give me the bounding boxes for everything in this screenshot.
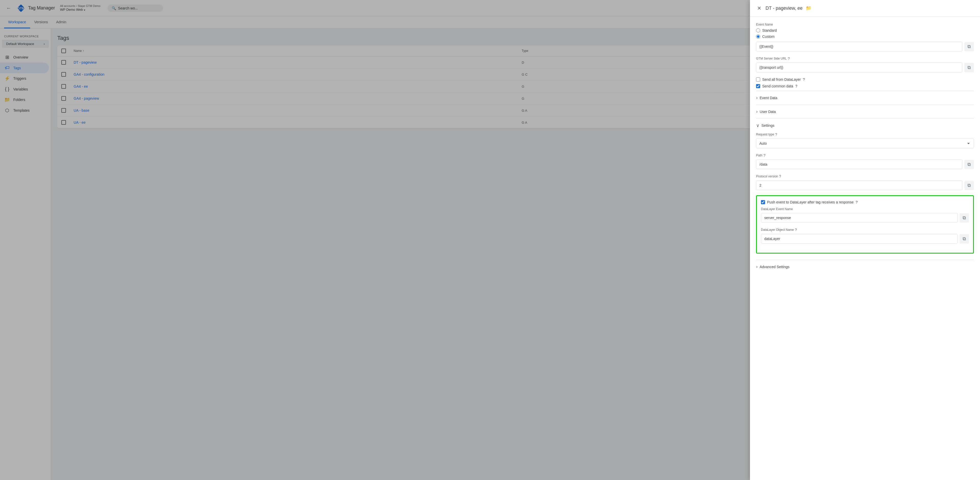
panel-folder-icon: 📁 (806, 5, 811, 11)
protocol-version-input-row: ⧉ (756, 180, 974, 190)
send-all-row: Send all from DataLayer ? (756, 78, 974, 81)
variable-icon: ⧉ (967, 44, 971, 49)
datalayer-event-name-label: DataLayer Event Name (761, 207, 969, 211)
push-event-help-icon[interactable]: ? (856, 200, 858, 204)
advanced-settings-header[interactable]: › Advanced Settings (756, 260, 974, 273)
datalayer-object-name-section: DataLayer Object Name ? ⧉ (761, 228, 969, 243)
datalayer-object-name-input-row: ⧉ (761, 234, 969, 243)
gtm-server-url-input-row: ⧉ (756, 63, 974, 72)
settings-content: Request type ? Auto XHR Fetch Image (756, 132, 974, 260)
custom-radio-text: Custom (762, 35, 775, 38)
standard-radio-label[interactable]: Standard (756, 29, 974, 32)
variable-icon: ⧉ (967, 162, 971, 167)
settings-arrow-icon: ∨ (756, 123, 759, 128)
send-common-label: Send common data (762, 84, 793, 88)
event-name-section: Event Name Standard Custom ⧉ (756, 23, 974, 51)
push-event-label: Push event to DataLayer after tag receiv… (767, 200, 854, 204)
request-type-label: Request type ? (756, 132, 974, 137)
datalayer-object-name-label: DataLayer Object Name ? (761, 228, 969, 232)
datalayer-object-help-icon[interactable]: ? (795, 228, 797, 232)
request-type-select-wrapper: Auto XHR Fetch Image (756, 138, 974, 148)
datalayer-event-variable-button[interactable]: ⧉ (959, 213, 969, 223)
gtm-server-url-input[interactable] (756, 63, 963, 72)
panel-title: DT - pageview, ee (765, 6, 803, 11)
user-data-section: › User Data (756, 105, 974, 118)
settings-section: ∨ Settings Request type ? Auto XHR (756, 118, 974, 260)
tag-editor-panel: ✕ DT - pageview, ee 📁 Event Name Standar… (750, 0, 980, 480)
path-help-icon[interactable]: ? (764, 153, 765, 157)
datalayer-event-name-input-row: ⧉ (761, 213, 969, 223)
variable-icon: ⧉ (963, 215, 966, 221)
variable-icon: ⧉ (963, 236, 966, 242)
path-section: Path ? ⧉ (756, 153, 974, 169)
panel-close-button[interactable]: ✕ (756, 4, 762, 12)
event-variable-button[interactable]: ⧉ (964, 42, 974, 51)
protocol-version-label: Protocol version ? (756, 174, 974, 178)
datalayer-event-name-input[interactable] (761, 213, 958, 223)
push-event-checkbox[interactable] (761, 200, 765, 204)
datalayer-object-variable-button[interactable]: ⧉ (959, 234, 969, 243)
custom-event-input-row: ⧉ (756, 42, 974, 51)
send-common-help-icon[interactable]: ? (795, 84, 797, 88)
advanced-settings-section: › Advanced Settings (756, 260, 974, 273)
gtm-server-variable-button[interactable]: ⧉ (964, 63, 974, 72)
advanced-settings-arrow-icon: › (756, 264, 757, 269)
path-label: Path ? (756, 153, 974, 157)
overlay: ✕ DT - pageview, ee 📁 Event Name Standar… (0, 0, 980, 480)
settings-header[interactable]: ∨ Settings (756, 119, 974, 132)
request-type-select[interactable]: Auto XHR Fetch Image (756, 138, 974, 148)
panel-header: ✕ DT - pageview, ee 📁 (750, 0, 980, 17)
variable-icon: ⧉ (967, 183, 971, 188)
event-data-label: Event Data (760, 96, 777, 100)
user-data-header[interactable]: › User Data (756, 105, 974, 118)
event-data-arrow-icon: › (756, 95, 757, 100)
send-common-row: Send common data ? (756, 84, 974, 88)
event-data-header[interactable]: › Event Data (756, 91, 974, 105)
settings-label: Settings (762, 124, 775, 127)
user-data-label: User Data (760, 110, 776, 114)
gtm-server-url-section: GTM Server Side URL ? ⧉ (756, 57, 974, 72)
standard-radio[interactable] (756, 29, 760, 32)
send-all-label: Send all from DataLayer (762, 78, 801, 81)
custom-event-input[interactable] (756, 42, 963, 51)
gtm-server-url-label: GTM Server Side URL ? (756, 57, 974, 60)
path-variable-button[interactable]: ⧉ (964, 160, 974, 169)
datalayer-object-name-input[interactable] (761, 234, 958, 243)
datalayer-event-name-section: DataLayer Event Name ⧉ (761, 207, 969, 223)
user-data-arrow-icon: › (756, 109, 757, 114)
custom-radio[interactable] (756, 35, 760, 38)
request-type-help-icon[interactable]: ? (775, 132, 777, 137)
gtm-server-help-icon[interactable]: ? (788, 57, 790, 60)
event-data-section: › Event Data (756, 91, 974, 105)
advanced-settings-label: Advanced Settings (760, 265, 789, 269)
send-common-checkbox[interactable] (756, 84, 760, 88)
variable-icon: ⧉ (967, 65, 971, 70)
protocol-version-help-icon[interactable]: ? (779, 174, 781, 178)
panel-body: Event Name Standard Custom ⧉ (750, 17, 980, 480)
standard-radio-text: Standard (762, 29, 777, 32)
protocol-version-input[interactable] (756, 180, 963, 190)
protocol-version-section: Protocol version ? ⧉ (756, 174, 974, 190)
custom-radio-label[interactable]: Custom (756, 35, 974, 38)
path-input-row: ⧉ (756, 159, 974, 169)
send-all-help-icon[interactable]: ? (803, 78, 805, 81)
send-all-checkbox[interactable] (756, 78, 760, 81)
protocol-version-variable-button[interactable]: ⧉ (964, 181, 974, 190)
event-name-label: Event Name (756, 23, 974, 26)
path-input[interactable] (756, 159, 963, 169)
push-event-highlight-box: Push event to DataLayer after tag receiv… (756, 195, 974, 254)
request-type-section: Request type ? Auto XHR Fetch Image (756, 132, 974, 148)
push-event-row: Push event to DataLayer after tag receiv… (761, 200, 969, 204)
event-name-radio-group: Standard Custom (756, 29, 974, 38)
